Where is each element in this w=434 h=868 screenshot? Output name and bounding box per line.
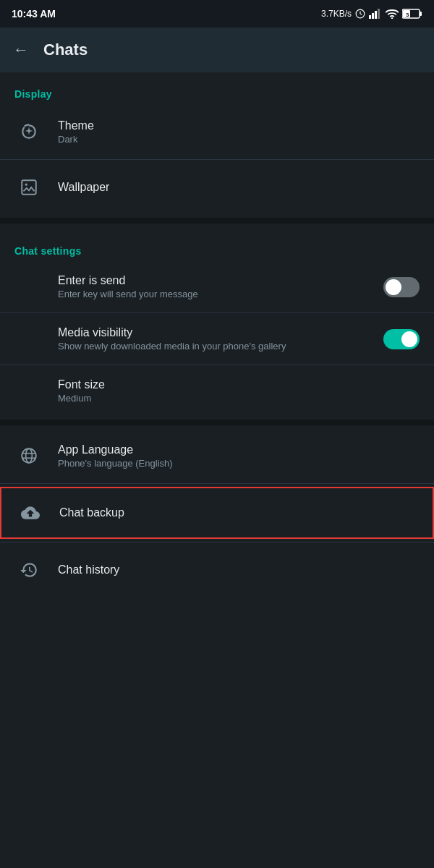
- globe-icon: [14, 441, 43, 470]
- section-divider-1: [0, 218, 434, 224]
- enter-is-send-subtitle: Enter key will send your message: [58, 289, 383, 299]
- back-button[interactable]: ←: [13, 41, 29, 59]
- font-size-text: Font size Medium: [58, 378, 420, 404]
- svg-rect-10: [22, 180, 36, 195]
- theme-title: Theme: [58, 119, 420, 132]
- header: ← Chats: [0, 27, 434, 72]
- svg-point-11: [25, 184, 27, 186]
- enter-is-send-title: Enter is send: [58, 274, 383, 287]
- svg-rect-1: [369, 15, 371, 19]
- font-size-item[interactable]: Font size Medium: [0, 368, 434, 414]
- signal-icon: [369, 9, 382, 19]
- enter-is-send-item[interactable]: Enter is send Enter key will send your m…: [0, 264, 434, 310]
- svg-point-13: [26, 448, 33, 463]
- svg-rect-8: [420, 12, 422, 16]
- clock-icon: [355, 9, 365, 19]
- media-visibility-title: Media visibility: [58, 326, 383, 339]
- wallpaper-icon: [14, 173, 43, 202]
- app-language-title: App Language: [58, 443, 420, 456]
- media-visibility-subtitle: Show newly downloaded media in your phon…: [58, 341, 383, 352]
- chat-history-title: Chat history: [58, 563, 420, 576]
- status-time: 10:43 AM: [12, 8, 56, 20]
- divider-lang-backup: [0, 483, 434, 484]
- chat-backup-text: Chat backup: [59, 506, 418, 519]
- app-language-item[interactable]: App Language Phone's language (English): [0, 431, 434, 480]
- wallpaper-text: Wallpaper: [58, 181, 420, 194]
- media-visibility-item[interactable]: Media visibility Show newly downloaded m…: [0, 316, 434, 362]
- content: Display Theme Dark Wallpaper Chat settin…: [0, 72, 434, 595]
- theme-subtitle: Dark: [58, 134, 420, 145]
- display-section: Display Theme Dark Wallpaper: [0, 72, 434, 212]
- chat-settings-section: Chat settings Enter is send Enter key wi…: [0, 229, 434, 414]
- divider-enter-media: [0, 312, 434, 313]
- app-language-text: App Language Phone's language (English): [58, 443, 420, 469]
- svg-text:3: 3: [406, 12, 409, 18]
- wallpaper-title: Wallpaper: [58, 181, 420, 194]
- theme-text: Theme Dark: [58, 119, 420, 145]
- section-divider-2: [0, 420, 434, 425]
- svg-rect-3: [375, 11, 377, 19]
- divider-media-font: [0, 365, 434, 365]
- chat-backup-title: Chat backup: [59, 506, 418, 519]
- enter-is-send-text: Enter is send Enter key will send your m…: [58, 274, 383, 299]
- wifi-icon: [386, 9, 399, 19]
- divider-backup-history: [0, 542, 434, 542]
- speed-indicator: 3.7KB/s: [321, 9, 352, 19]
- svg-point-5: [391, 17, 393, 19]
- theme-item[interactable]: Theme Dark: [0, 107, 434, 156]
- battery-icon: 3: [402, 9, 422, 19]
- wallpaper-item[interactable]: Wallpaper: [0, 163, 434, 212]
- app-language-subtitle: Phone's language (English): [58, 458, 420, 469]
- media-visibility-text: Media visibility Show newly downloaded m…: [58, 326, 383, 352]
- page-title: Chats: [43, 41, 88, 59]
- chat-backup-item[interactable]: Chat backup: [0, 487, 434, 539]
- enter-is-send-toggle[interactable]: [383, 277, 420, 297]
- status-bar: 10:43 AM 3.7KB/s 3: [0, 0, 434, 27]
- display-section-label: Display: [0, 72, 434, 107]
- cloud-upload-icon: [16, 498, 45, 527]
- font-size-subtitle: Medium: [58, 393, 420, 404]
- font-size-title: Font size: [58, 378, 420, 391]
- svg-point-12: [22, 448, 36, 463]
- svg-rect-4: [378, 9, 380, 19]
- chat-settings-section-label: Chat settings: [0, 229, 434, 264]
- theme-icon: [14, 117, 43, 146]
- media-visibility-toggle[interactable]: [383, 329, 420, 349]
- chat-history-text: Chat history: [58, 563, 420, 576]
- history-icon: [14, 556, 43, 584]
- chat-history-item[interactable]: Chat history: [0, 545, 434, 595]
- svg-rect-2: [372, 13, 374, 19]
- status-icons: 3.7KB/s 3: [321, 9, 422, 19]
- divider-theme-wallpaper: [0, 159, 434, 160]
